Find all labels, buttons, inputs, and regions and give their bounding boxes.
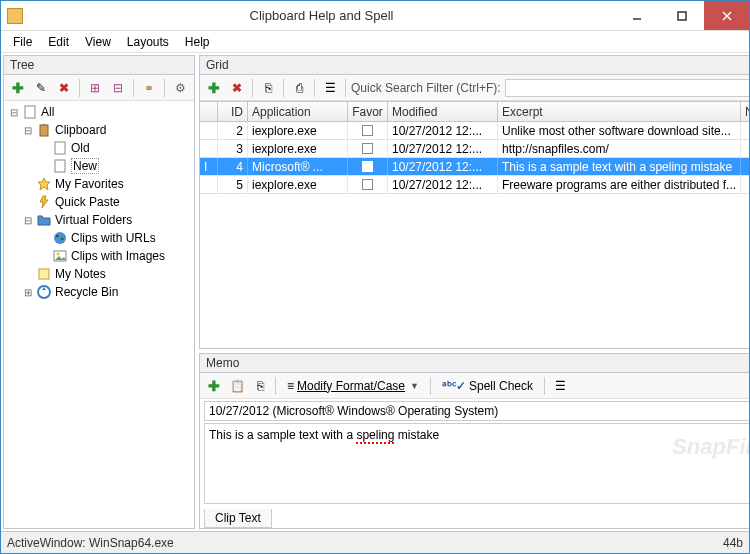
memo-copy-button[interactable]: ⎘ bbox=[250, 376, 270, 396]
grid-copy-button[interactable]: ⎘ bbox=[258, 78, 278, 98]
cell-favor[interactable] bbox=[348, 176, 388, 193]
tree-node-quickpaste[interactable]: Quick Paste bbox=[6, 193, 192, 211]
grid-add-button[interactable]: ✚ bbox=[204, 78, 224, 98]
tree-label: Clips with Images bbox=[71, 249, 165, 263]
cell-modified: 10/27/2012 12:... bbox=[388, 122, 498, 139]
expand-icon: ⊞ bbox=[90, 81, 100, 95]
separator bbox=[164, 79, 165, 97]
minimize-button[interactable] bbox=[614, 1, 659, 30]
separator bbox=[430, 377, 431, 395]
table-row[interactable]: 3iexplore.exe10/27/2012 12:...http://sna… bbox=[200, 140, 749, 158]
tree-delete-button[interactable]: ✖ bbox=[54, 78, 74, 98]
grid-print-button[interactable]: ⎙ bbox=[289, 78, 309, 98]
tree-node-new[interactable]: New bbox=[6, 157, 192, 175]
menu-view[interactable]: View bbox=[77, 33, 119, 51]
tree-label: Clipboard bbox=[55, 123, 106, 137]
tree-panel: Tree ✚ ✎ ✖ ⊞ ⊟ ⚭ ⚙ ⊟All ⊟Clipboard Old N… bbox=[3, 55, 195, 529]
cell-application: iexplore.exe bbox=[248, 122, 348, 139]
table-row[interactable]: I4Microsoft® ...10/27/2012 12:...This is… bbox=[200, 158, 749, 176]
cell-modified: 10/27/2012 12:... bbox=[388, 140, 498, 157]
menu-help[interactable]: Help bbox=[177, 33, 218, 51]
expander-spacer bbox=[38, 160, 50, 172]
close-button[interactable] bbox=[704, 1, 749, 30]
tree-node-all[interactable]: ⊟All bbox=[6, 103, 192, 121]
column-id[interactable]: ID bbox=[218, 102, 248, 121]
star-icon bbox=[36, 176, 52, 192]
grid-table[interactable]: ID Application Favor Modified Excerpt No… bbox=[200, 101, 749, 348]
tree-label: Recycle Bin bbox=[55, 285, 118, 299]
grid-header-row: ID Application Favor Modified Excerpt No… bbox=[200, 102, 749, 122]
image-icon bbox=[52, 248, 68, 264]
delete-icon: ✖ bbox=[232, 81, 242, 95]
cell-notes bbox=[741, 140, 749, 157]
separator bbox=[275, 377, 276, 395]
tree-view[interactable]: ⊟All ⊟Clipboard Old New My Favorites Qui… bbox=[4, 101, 194, 528]
grid-options-button[interactable]: ☰ bbox=[320, 78, 340, 98]
separator bbox=[252, 79, 253, 97]
column-application[interactable]: Application bbox=[248, 102, 348, 121]
memo-add-button[interactable]: ✚ bbox=[204, 376, 224, 396]
tree-node-favorites[interactable]: My Favorites bbox=[6, 175, 192, 193]
quicksearch-input[interactable] bbox=[505, 79, 749, 97]
separator bbox=[79, 79, 80, 97]
column-excerpt[interactable]: Excerpt bbox=[498, 102, 741, 121]
maximize-button[interactable] bbox=[659, 1, 704, 30]
column-favor[interactable]: Favor bbox=[348, 102, 388, 121]
grid-delete-button[interactable]: ✖ bbox=[227, 78, 247, 98]
memo-panel-header: Memo bbox=[200, 354, 749, 373]
tree-node-virtualfolders[interactable]: ⊟Virtual Folders bbox=[6, 211, 192, 229]
tree-expand-button[interactable]: ⊞ bbox=[85, 78, 105, 98]
expander-icon[interactable]: ⊟ bbox=[22, 124, 34, 136]
cell-favor[interactable] bbox=[348, 140, 388, 157]
cell-modified: 10/27/2012 12:... bbox=[388, 158, 498, 175]
tree-add-button[interactable]: ✚ bbox=[8, 78, 28, 98]
tree-settings-button[interactable]: ⚙ bbox=[170, 78, 190, 98]
spellcheck-label: Spell Check bbox=[469, 379, 533, 393]
memo-title-input[interactable] bbox=[204, 401, 749, 421]
column-marker[interactable] bbox=[200, 102, 218, 121]
tree-node-clipboard[interactable]: ⊟Clipboard bbox=[6, 121, 192, 139]
table-row[interactable]: 2iexplore.exe10/27/2012 12:...Unlike mos… bbox=[200, 122, 749, 140]
expander-spacer bbox=[22, 196, 34, 208]
column-notes[interactable]: Notes bbox=[741, 102, 749, 121]
note-icon bbox=[36, 266, 52, 282]
tree-node-clipsimages[interactable]: Clips with Images bbox=[6, 247, 192, 265]
tree-node-recyclebin[interactable]: ⊞Recycle Bin bbox=[6, 283, 192, 301]
delete-icon: ✖ bbox=[59, 81, 69, 95]
cell-application: Microsoft® ... bbox=[248, 158, 348, 175]
tree-node-clipsurls[interactable]: Clips with URLs bbox=[6, 229, 192, 247]
tree-node-mynotes[interactable]: My Notes bbox=[6, 265, 192, 283]
expander-icon[interactable]: ⊟ bbox=[8, 106, 20, 118]
menu-layouts[interactable]: Layouts bbox=[119, 33, 177, 51]
tree-edit-button[interactable]: ✎ bbox=[31, 78, 51, 98]
cell-favor[interactable] bbox=[348, 158, 388, 175]
plus-icon: ✚ bbox=[208, 378, 220, 394]
modify-format-label: Modify Format/Case bbox=[297, 379, 405, 393]
tree-node-old[interactable]: Old bbox=[6, 139, 192, 157]
row-marker bbox=[200, 122, 218, 139]
expander-spacer bbox=[22, 268, 34, 280]
expander-icon[interactable]: ⊟ bbox=[22, 214, 34, 226]
tree-link-button[interactable]: ⚭ bbox=[139, 78, 159, 98]
memo-body-textarea[interactable]: This is a sample text with a speling mis… bbox=[204, 423, 749, 504]
memo-options-button[interactable]: ☰ bbox=[550, 376, 570, 396]
cell-application: iexplore.exe bbox=[248, 176, 348, 193]
tab-cliptext[interactable]: Clip Text bbox=[204, 509, 272, 528]
svg-rect-4 bbox=[25, 106, 35, 118]
tree-label: My Favorites bbox=[55, 177, 124, 191]
spellcheck-button[interactable]: ᵃᵇᶜ✓Spell Check bbox=[436, 377, 539, 395]
modify-format-button[interactable]: ≡Modify Format/Case▼ bbox=[281, 377, 425, 395]
expander-icon[interactable]: ⊞ bbox=[22, 286, 34, 298]
memo-paste-button[interactable]: 📋 bbox=[227, 376, 247, 396]
menu-edit[interactable]: Edit bbox=[40, 33, 77, 51]
tree-collapse-button[interactable]: ⊟ bbox=[108, 78, 128, 98]
table-row[interactable]: 5iexplore.exe10/27/2012 12:...Freeware p… bbox=[200, 176, 749, 194]
cell-id: 3 bbox=[218, 140, 248, 157]
column-modified[interactable]: Modified bbox=[388, 102, 498, 121]
cell-favor[interactable] bbox=[348, 122, 388, 139]
menu-file[interactable]: File bbox=[5, 33, 40, 51]
copy-icon: ⎘ bbox=[257, 379, 264, 393]
app-icon bbox=[7, 8, 23, 24]
expander-spacer bbox=[22, 178, 34, 190]
tree-label: All bbox=[41, 105, 54, 119]
